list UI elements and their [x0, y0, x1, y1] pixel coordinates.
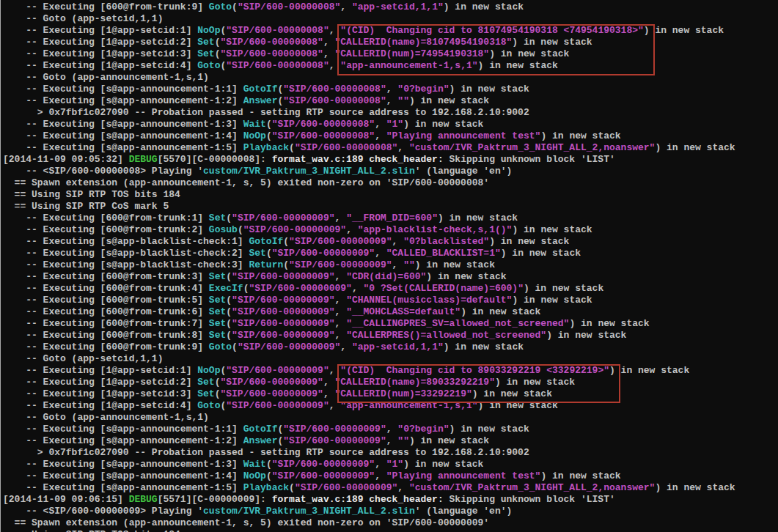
log-line: -- Executing [1@app-setcid:1] NoOp("SIP/… — [3, 365, 776, 377]
log-line: -- <SIP/600-00000009> Playing 'custom/IV… — [3, 506, 776, 517]
log-line: -- Goto (app-announcement-1,s,1) — [3, 412, 776, 424]
log-line: -- Executing [s@app-announcement-1:4] No… — [3, 130, 776, 142]
log-line: -- Executing [s@app-announcement-1:3] Wa… — [3, 459, 776, 470]
log-line: [2014-11-09 09:05:32] DEBUG[5570][C-0000… — [3, 154, 776, 166]
log-line: -- Executing [600@from-trunk:9] Goto("SI… — [3, 341, 776, 353]
log-line: -- Executing [600@from-trunk:5] Set("SIP… — [3, 295, 776, 306]
log-line: -- Executing [600@from-trunk:7] Set("SIP… — [3, 318, 776, 330]
log-line: -- Executing [600@from-trunk:8] Set("SIP… — [3, 330, 776, 341]
log-line: == Spawn extension (app-announcement-1, … — [3, 517, 776, 529]
log-line: == Using SIP RTP TOS bits 184 — [3, 529, 776, 532]
log-line: -- Executing [s@app-announcement-1:2] An… — [3, 95, 776, 107]
log-line: -- Executing [600@from-trunk:3] Set("SIP… — [3, 271, 776, 283]
log-line: -- Executing [600@from-trunk:4] ExecIf("… — [3, 283, 776, 295]
log-line: -- Executing [600@from-trunk:2] Gosub("S… — [3, 224, 776, 236]
log-line: [2014-11-09 09:06:15] DEBUG[5571][C-0000… — [3, 494, 776, 506]
log-line: -- Executing [s@app-announcement-1:5] Pl… — [3, 142, 776, 154]
terminal-output: -- Executing [600@from-trunk:9] Goto("SI… — [1, 0, 776, 532]
log-line: == Using SIP RTP CoS mark 5 — [3, 201, 776, 213]
log-line: -- Executing [s@app-blacklist-check:2] S… — [3, 248, 776, 259]
log-line: -- Executing [1@app-setcid:3] Set("SIP/6… — [3, 48, 776, 60]
log-line: -- Executing [600@from-trunk:9] Goto("SI… — [3, 1, 776, 13]
log-line: -- Executing [600@from-trunk:1] Set("SIP… — [3, 213, 776, 224]
log-line: -- Executing [s@app-announcement-1:3] Wa… — [3, 119, 776, 130]
log-line: -- Executing [s@app-announcement-1:5] Pl… — [3, 482, 776, 494]
log-line: -- Executing [1@app-setcid:1] NoOp("SIP/… — [3, 25, 776, 37]
log-line: -- Executing [s@app-announcement-1:4] No… — [3, 470, 776, 482]
log-line: -- Executing [1@app-setcid:2] Set("SIP/6… — [3, 377, 776, 388]
log-line: -- Executing [1@app-setcid:4] Goto("SIP/… — [3, 60, 776, 72]
log-line: -- Executing [s@app-blacklist-check:3] R… — [3, 259, 776, 271]
log-line: > 0x7fbf1c027090 -- Probation passed - s… — [3, 447, 776, 459]
log-line: > 0x7fbf1c027090 -- Probation passed - s… — [3, 107, 776, 119]
log-line: -- Executing [s@app-blacklist-check:1] G… — [3, 236, 776, 248]
log-line: -- Executing [s@app-announcement-1:1] Go… — [3, 424, 776, 435]
log-line: -- Executing [600@from-trunk:6] Set("SIP… — [3, 306, 776, 318]
log-line: -- Executing [s@app-announcement-1:2] An… — [3, 435, 776, 447]
log-line: -- Goto (app-announcement-1,s,1) — [3, 72, 776, 84]
log-line: -- Goto (app-setcid,1,1) — [3, 353, 776, 365]
log-line: -- Executing [1@app-setcid:4] Goto("SIP/… — [3, 400, 776, 412]
log-line: -- Executing [1@app-setcid:3] Set("SIP/6… — [3, 388, 776, 400]
log-line: == Spawn extension (app-announcement-1, … — [3, 177, 776, 189]
log-line: -- Executing [s@app-announcement-1:1] Go… — [3, 84, 776, 95]
log-line: -- Executing [1@app-setcid:2] Set("SIP/6… — [3, 37, 776, 48]
log-line: -- Goto (app-setcid,1,1) — [3, 13, 776, 25]
terminal-window[interactable]: -- Executing [600@from-trunk:9] Goto("SI… — [0, 0, 776, 532]
log-line: -- <SIP/600-00000008> Playing 'custom/IV… — [3, 166, 776, 177]
log-line: == Using SIP RTP TOS bits 184 — [3, 189, 776, 201]
